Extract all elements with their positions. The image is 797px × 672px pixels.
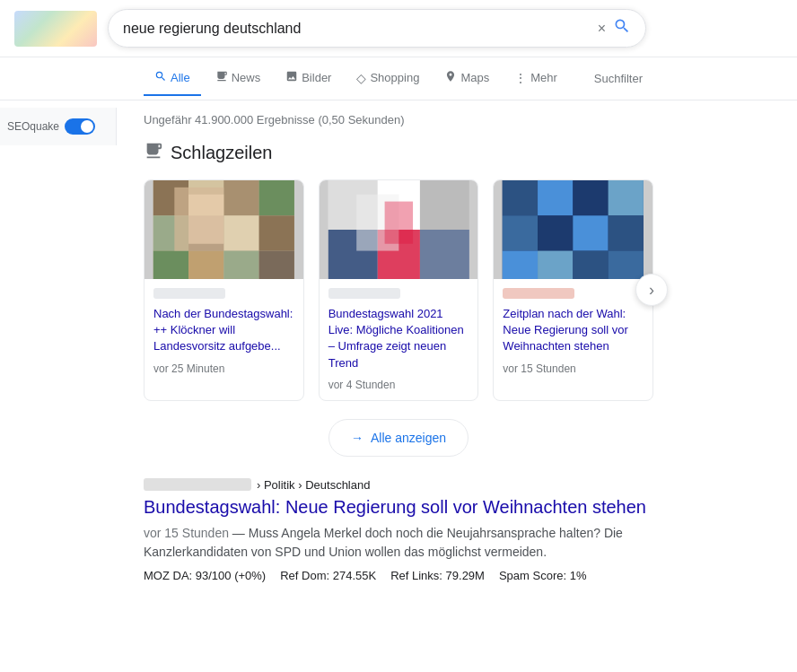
svg-rect-21 (420, 230, 469, 279)
seoquake-bar: SEOquake (0, 108, 117, 145)
news-card-1: Nach der Bundestagswahl: ++ Klöckner wil… (144, 179, 304, 401)
seoquake-label: SEOquake (7, 120, 59, 133)
tab-news[interactable]: News (205, 61, 272, 96)
news-card-title-3[interactable]: Zeitplan nach der Wahl: Neue Regierung s… (503, 306, 644, 355)
news-card-body-3: Zeitplan nach der Wahl: Neue Regierung s… (494, 279, 652, 384)
news-icon (215, 70, 228, 85)
show-all-label: Alle anzeigen (371, 431, 446, 445)
svg-rect-31 (574, 215, 609, 250)
result-breadcrumb: › Politik › Deutschland (144, 478, 653, 492)
search-icon[interactable] (613, 17, 631, 39)
svg-rect-12 (259, 251, 294, 279)
svg-rect-32 (609, 215, 644, 250)
tab-alle[interactable]: Alle (144, 61, 201, 96)
tab-shopping[interactable]: ◇ Shopping (346, 62, 430, 96)
next-button[interactable]: › (635, 274, 668, 306)
main-content: Ungefähr 41.900.000 Ergebnisse (0,50 Sek… (0, 100, 797, 600)
svg-rect-33 (503, 251, 538, 279)
news-time-2: vor 4 Stunden (328, 379, 469, 391)
news-card-body-2: Bundestagswahl 2021 Live: Mögliche Koali… (320, 279, 478, 400)
schlagzeilen-icon (144, 141, 163, 165)
bilder-icon (285, 70, 298, 85)
google-logo (14, 11, 97, 47)
svg-rect-3 (223, 180, 258, 215)
schlagzeilen-section: Schlagzeilen (144, 141, 653, 457)
tab-maps[interactable]: Maps (434, 61, 500, 96)
tab-alle-label: Alle (171, 71, 190, 84)
result-meta: MOZ DA: 93/100 (+0%) Ref Dom: 274.55K Re… (144, 569, 653, 582)
tab-bilder-label: Bilder (302, 71, 331, 84)
shopping-icon: ◇ (356, 71, 366, 85)
news-card-image-1 (145, 180, 303, 279)
svg-rect-9 (153, 251, 188, 279)
svg-rect-30 (538, 215, 573, 250)
tab-shopping-label: Shopping (370, 71, 419, 84)
tab-bilder[interactable]: Bilder (275, 61, 342, 96)
svg-rect-10 (188, 251, 223, 279)
tab-maps-label: Maps (460, 71, 489, 84)
news-card-3: Zeitplan nach der Wahl: Neue Regierung s… (493, 179, 653, 401)
svg-rect-36 (609, 251, 644, 279)
svg-rect-28 (609, 180, 644, 215)
news-card-title-1[interactable]: Nach der Bundestagswahl: ++ Klöckner wil… (153, 306, 294, 355)
svg-rect-27 (574, 180, 609, 215)
ref-links: Ref Links: 79.29M (390, 569, 485, 582)
results-count: Ungefähr 41.900.000 Ergebnisse (0,50 Sek… (144, 108, 653, 141)
svg-rect-18 (420, 180, 469, 230)
result-source-favicon (144, 478, 251, 491)
moz-da: MOZ DA: 93/100 (+0%) (144, 569, 266, 582)
section-title: Schlagzeilen (144, 141, 653, 165)
news-card-body-1: Nach der Bundestagswahl: ++ Klöckner wil… (145, 279, 303, 384)
svg-rect-14 (188, 195, 223, 244)
news-time-3: vor 15 Stunden (503, 362, 644, 375)
svg-rect-25 (503, 180, 538, 215)
svg-rect-11 (223, 251, 258, 279)
show-all-arrow: → (351, 431, 363, 445)
spam-score: Spam Score: 1% (499, 569, 587, 582)
svg-rect-26 (538, 180, 573, 215)
news-source-1 (153, 288, 225, 299)
svg-rect-35 (574, 251, 609, 279)
mehr-icon: ⋮ (514, 71, 527, 85)
news-cards: Nach der Bundestagswahl: ++ Klöckner wil… (144, 179, 653, 401)
news-card-title-2[interactable]: Bundestagswahl 2021 Live: Mögliche Koali… (328, 306, 469, 371)
ref-dom: Ref Dom: 274.55K (280, 569, 376, 582)
search-result-1: › Politik › Deutschland Bundestagswahl: … (144, 478, 653, 582)
news-source-2 (328, 288, 400, 299)
news-card-image-3 (494, 180, 652, 279)
news-time-1: vor 25 Minuten (153, 362, 294, 375)
svg-rect-34 (538, 251, 573, 279)
news-card-image-2 (320, 180, 478, 279)
svg-rect-23 (384, 202, 412, 244)
clear-icon[interactable]: × (598, 21, 606, 37)
seoquake-toggle[interactable] (65, 118, 95, 135)
news-card-2: Bundestagswahl 2021 Live: Mögliche Koali… (319, 179, 479, 401)
tab-mehr-label: Mehr (530, 71, 557, 84)
svg-rect-7 (223, 215, 258, 250)
svg-rect-4 (259, 180, 294, 215)
alle-icon (154, 70, 167, 85)
result-breadcrumb-text: › Politik › Deutschland (257, 478, 370, 492)
schlagzeilen-title: Schlagzeilen (171, 143, 272, 163)
result-title[interactable]: Bundestagswahl: Neue Regierung soll vor … (144, 495, 653, 519)
svg-rect-8 (259, 215, 294, 250)
nav-tabs: Alle News Bilder ◇ Shopping Maps ⋮ Mehr … (0, 57, 797, 100)
news-source-3 (503, 288, 574, 299)
show-all-button[interactable]: → Alle anzeigen (328, 419, 469, 457)
suchfilter-button[interactable]: Suchfilter (583, 63, 653, 94)
tab-mehr[interactable]: ⋮ Mehr (504, 62, 568, 96)
search-bar[interactable]: × (108, 9, 646, 48)
result-snippet: vor 15 Stunden — Muss Angela Merkel doch… (144, 524, 653, 562)
top-bar: × (0, 0, 797, 57)
search-input[interactable] (123, 21, 591, 37)
svg-rect-29 (503, 215, 538, 250)
maps-icon (444, 70, 457, 85)
tab-news-label: News (232, 71, 261, 84)
